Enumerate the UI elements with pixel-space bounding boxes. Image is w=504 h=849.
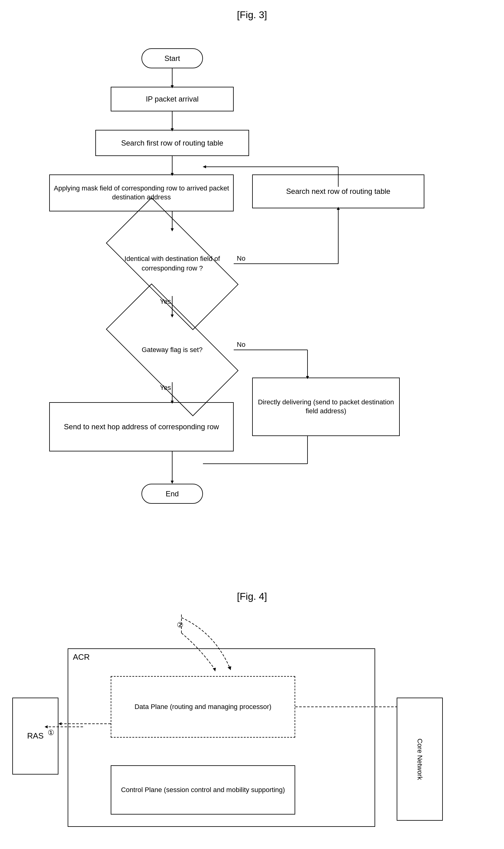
start-shape: Start [141, 48, 203, 68]
ip-packet-label: IP packet arrival [146, 94, 199, 104]
ras-label: RAS [27, 731, 43, 741]
apply-mask-label: Applying mask field of corresponding row… [50, 184, 233, 202]
apply-mask-shape: Applying mask field of corresponding row… [49, 174, 234, 211]
svg-marker-8 [203, 165, 206, 168]
core-network-label: Core Network [415, 739, 424, 780]
send-next-hop-label: Send to next hop address of correspondin… [64, 422, 219, 431]
start-label: Start [164, 54, 180, 63]
search-next-shape: Search next row of routing table [252, 174, 424, 208]
arrow2-label: ② [177, 621, 184, 629]
fig3-title: [Fig. 3] [0, 6, 504, 27]
fig3-section: [Fig. 3] [0, 0, 504, 585]
control-plane-box: Control Plane (session control and mobil… [111, 765, 295, 815]
svg-marker-25 [171, 481, 174, 484]
search-next-label: Search next row of routing table [286, 187, 391, 196]
search-first-label: Search first row of routing table [121, 138, 223, 148]
arrow1-label: ① [48, 728, 54, 737]
send-next-hop-shape: Send to next hop address of correspondin… [49, 402, 234, 451]
identical-label: Identical with destination field of corr… [111, 254, 233, 273]
gateway-label: Gateway flag is set? [142, 345, 203, 355]
end-label: End [166, 489, 179, 499]
fig4-title: [Fig. 4] [0, 588, 504, 608]
search-first-shape: Search first row of routing table [95, 130, 249, 156]
page-container: [Fig. 3] [0, 0, 504, 849]
no1-label: No [237, 255, 246, 262]
acr-label: ACR [73, 652, 90, 662]
no2-label: No [237, 341, 246, 349]
fig4-section: [Fig. 4] RAS ACR Data P [0, 585, 504, 849]
flowchart-fig3: Start IP packet arrival Search first row… [0, 27, 504, 587]
yes2-label: Yes [160, 384, 171, 392]
flowchart-arrows [0, 27, 504, 587]
svg-marker-33 [58, 722, 61, 725]
ip-packet-shape: IP packet arrival [111, 87, 234, 111]
data-plane-box: Data Plane (routing and managing process… [111, 676, 295, 738]
core-network-box: Core Network [397, 698, 443, 821]
directly-shape: Directly delivering (send to packet dest… [252, 378, 400, 436]
directly-label: Directly delivering (send to packet dest… [253, 398, 399, 415]
control-plane-label: Control Plane (session control and mobil… [121, 785, 285, 795]
data-plane-label: Data Plane (routing and managing process… [134, 703, 271, 711]
end-shape: End [141, 484, 203, 504]
fig4-diagram: RAS ACR Data Plane (routing and managing… [0, 608, 504, 849]
